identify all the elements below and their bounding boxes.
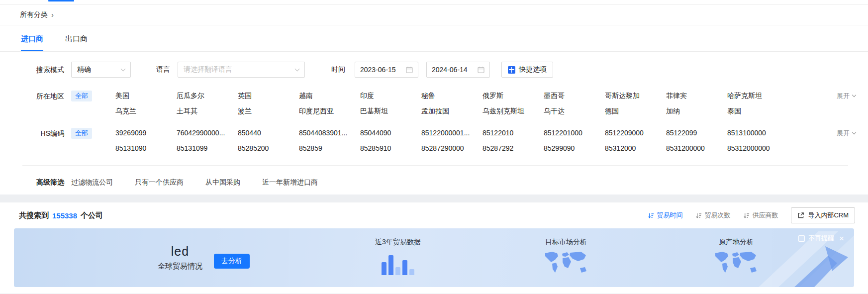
results-actions: 贸易时间 贸易次数 供应商数 导入内部CRM xyxy=(648,207,855,223)
hs-code-option[interactable]: 8513100000 xyxy=(727,128,788,138)
bar xyxy=(395,267,400,275)
sort-icon xyxy=(743,212,750,219)
breadcrumb[interactable]: 所有分类 xyxy=(20,10,48,19)
hs-code-option[interactable]: 85122000001... xyxy=(421,128,482,138)
analysis-banner: led 全球贸易情况 去分析 近3年贸易数据 目标市场分析 xyxy=(14,228,854,287)
region-option[interactable]: 哥斯达黎加 xyxy=(605,91,666,100)
advanced-filter-row: 高级筛选 过滤物流公司只有一个供应商从中国采购近一年新增进口商 xyxy=(0,177,868,188)
region-options: 美国厄瓜多尔英国越南印度秘鲁俄罗斯墨西哥哥斯达黎加菲律宾哈萨克斯坦 乌克兰土耳其… xyxy=(115,91,788,116)
hs-code-option[interactable]: 85312000000 xyxy=(727,143,788,153)
end-date-input[interactable]: 2024-06-14 xyxy=(426,62,490,78)
chevron-down-icon xyxy=(295,66,300,71)
feature-origin-label: 原产地分析 xyxy=(694,238,778,247)
region-option[interactable]: 乌干达 xyxy=(544,106,605,116)
hs-code-option[interactable]: 8512209000 xyxy=(605,128,666,138)
dont-remind-checkbox[interactable] xyxy=(798,235,805,242)
hs-code-option[interactable]: 85044090 xyxy=(360,128,421,138)
sort-supplier-count-label: 供应商数 xyxy=(752,211,778,220)
breadcrumb-arrow-icon: › xyxy=(51,11,54,18)
region-option[interactable]: 厄瓜多尔 xyxy=(177,91,238,100)
region-option[interactable]: 美国 xyxy=(115,91,177,100)
hs-code-option[interactable]: 85122099 xyxy=(666,128,727,138)
region-option[interactable]: 印度尼西亚 xyxy=(299,106,360,116)
region-option[interactable]: 乌兹别克斯坦 xyxy=(482,106,544,116)
hs-code-option[interactable]: 850440 xyxy=(238,128,299,138)
analyze-button[interactable]: 去分析 xyxy=(214,254,250,269)
quick-options-button[interactable]: 快捷选项 xyxy=(501,62,553,78)
region-options-row1: 美国厄瓜多尔英国越南印度秘鲁俄罗斯墨西哥哥斯达黎加菲律宾哈萨克斯坦 xyxy=(115,91,788,100)
region-option[interactable]: 印度 xyxy=(360,91,421,100)
hs-code-option[interactable]: 85131099 xyxy=(177,143,238,153)
hs-code-option[interactable]: 76042990000... xyxy=(177,128,238,138)
hs-code-option[interactable]: 85044083901... xyxy=(299,128,360,138)
region-expand-toggle[interactable]: 展开 xyxy=(837,91,856,101)
hs-code-options: 3926909976042990000...85044085044083901.… xyxy=(115,128,788,153)
advanced-filter-option[interactable]: 从中国采购 xyxy=(205,177,240,187)
region-option[interactable]: 秘鲁 xyxy=(421,91,482,100)
banner-keyword: led xyxy=(152,244,208,259)
hs-code-option[interactable]: 85285910 xyxy=(360,143,421,153)
language-select[interactable]: 请选择翻译语言 xyxy=(178,62,305,78)
region-option[interactable]: 德国 xyxy=(605,106,666,116)
chevron-down-icon xyxy=(852,130,856,134)
feature-target-market-label: 目标市场分析 xyxy=(524,238,608,247)
sort-icon xyxy=(648,212,654,219)
hs-code-option[interactable]: 8531200000 xyxy=(666,143,727,153)
sort-trade-time[interactable]: 贸易时间 xyxy=(648,211,682,220)
feature-trade-data-label: 近3年贸易数据 xyxy=(356,238,440,247)
hs-code-option[interactable]: 85312000 xyxy=(605,143,666,153)
sort-trade-time-label: 贸易时间 xyxy=(657,211,682,220)
panel-gap xyxy=(0,195,868,202)
advanced-filter-option[interactable]: 过滤物流公司 xyxy=(71,177,113,187)
top-tab-bar xyxy=(0,0,868,4)
region-filter-row: 所在地区 全部 美国厄瓜多尔英国越南印度秘鲁俄罗斯墨西哥哥斯达黎加菲律宾哈萨克斯… xyxy=(0,91,868,116)
region-option[interactable]: 土耳其 xyxy=(177,106,238,116)
bar xyxy=(402,260,407,275)
advanced-filter-label: 高级筛选 xyxy=(0,177,64,188)
advanced-filter-option[interactable]: 只有一个供应商 xyxy=(135,177,184,187)
advanced-filter-option[interactable]: 近一年新增进口商 xyxy=(262,177,318,187)
hs-code-option[interactable]: 85285200 xyxy=(238,143,299,153)
hs-code-expand-label: 展开 xyxy=(837,128,850,139)
hs-code-filter-row: HS编码 全部 3926909976042990000...8504408504… xyxy=(0,128,868,153)
hs-code-option[interactable]: 85299090 xyxy=(544,143,605,153)
sort-supplier-count[interactable]: 供应商数 xyxy=(743,211,778,220)
results-count-prefix: 共搜索到 xyxy=(19,211,49,220)
hs-code-option[interactable]: 85287292 xyxy=(482,143,544,153)
tab-importers[interactable]: 进口商 xyxy=(21,34,43,51)
region-option[interactable]: 孟加拉国 xyxy=(421,106,482,116)
chevron-down-icon xyxy=(121,66,126,71)
hs-code-option[interactable]: 85287290000 xyxy=(421,143,482,153)
close-banner-icon[interactable]: × xyxy=(839,234,844,243)
tab-exporters[interactable]: 出口商 xyxy=(65,34,88,51)
sort-trade-count[interactable]: 贸易次数 xyxy=(695,211,730,220)
region-option[interactable]: 巴基斯坦 xyxy=(360,106,421,116)
region-option[interactable]: 泰国 xyxy=(727,106,788,116)
region-option[interactable]: 乌克兰 xyxy=(115,106,177,116)
time-label: 时间 xyxy=(331,65,345,74)
region-option[interactable]: 加纳 xyxy=(666,106,727,116)
region-option[interactable]: 俄罗斯 xyxy=(482,91,544,100)
region-option[interactable]: 哈萨克斯坦 xyxy=(727,91,788,100)
hs-code-option[interactable]: 85131090 xyxy=(115,143,177,153)
region-option[interactable]: 菲律宾 xyxy=(666,91,727,100)
hs-code-option[interactable]: 85122010 xyxy=(482,128,544,138)
hs-code-expand-toggle[interactable]: 展开 xyxy=(837,128,856,139)
search-mode-select[interactable]: 精确 xyxy=(71,62,131,78)
region-option[interactable]: 越南 xyxy=(299,91,360,100)
hs-code-option[interactable]: 852859 xyxy=(299,143,360,153)
start-date-input[interactable]: 2023-06-15 xyxy=(355,62,418,78)
region-all-chip[interactable]: 全部 xyxy=(71,91,92,101)
import-crm-button[interactable]: 导入内部CRM xyxy=(791,207,855,223)
hs-code-option[interactable]: 39269099 xyxy=(115,128,177,138)
results-header: 共搜索到 155338 个公司 贸易时间 贸易次数 供应商数 导入内部CRM xyxy=(0,202,868,228)
filter-divider xyxy=(22,165,848,166)
region-option[interactable]: 波兰 xyxy=(238,106,299,116)
region-option[interactable]: 英国 xyxy=(238,91,299,100)
advanced-filter-options: 过滤物流公司只有一个供应商从中国采购近一年新增进口商 xyxy=(71,177,318,187)
region-option[interactable]: 墨西哥 xyxy=(544,91,605,100)
hs-code-all-chip[interactable]: 全部 xyxy=(71,128,92,139)
sort-trade-count-label: 贸易次数 xyxy=(704,211,730,220)
hs-code-option[interactable]: 8512201000 xyxy=(544,128,605,138)
bar xyxy=(409,269,414,275)
